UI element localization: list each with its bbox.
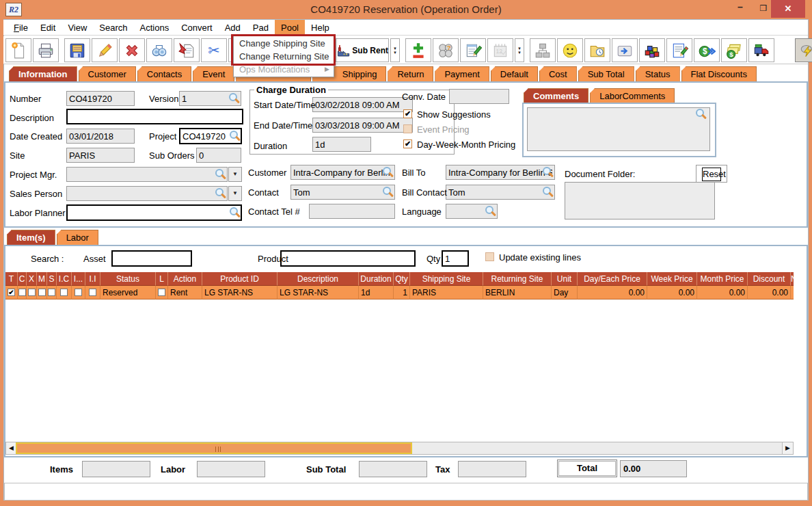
menu-search[interactable]: Search — [93, 20, 133, 35]
items-total-field[interactable] — [82, 461, 150, 477]
menu-file[interactable]: File — [8, 20, 34, 35]
description-field[interactable] — [66, 109, 243, 124]
shipping-button[interactable] — [748, 38, 774, 62]
tab-information[interactable]: Information — [9, 66, 77, 82]
tab-labor-comments[interactable]: LaborComments — [590, 88, 675, 104]
show-suggestions-checkbox[interactable]: ✔ — [403, 109, 412, 118]
add-remove-button[interactable] — [405, 38, 431, 62]
save-button[interactable] — [64, 38, 90, 62]
sales-person-lookup-icon[interactable] — [215, 188, 226, 199]
row-checkbox-m[interactable] — [38, 289, 46, 296]
billing-notes-button[interactable]: $ — [721, 38, 747, 62]
tab-status[interactable]: Status — [636, 66, 680, 82]
row-checkbox-t[interactable]: ✔ — [8, 289, 15, 296]
menu-add[interactable]: Add — [219, 20, 247, 35]
cell-net-each[interactable]: 0.00 — [791, 286, 794, 299]
print-button[interactable] — [33, 38, 59, 62]
cell-discount[interactable]: 0.00 — [748, 286, 791, 299]
new-document-button[interactable] — [5, 38, 31, 62]
cell-action[interactable]: Rent — [168, 286, 202, 299]
customer-lookup-icon[interactable] — [383, 167, 394, 178]
menu-item-change-returning-site[interactable]: Change Returning Site — [234, 50, 334, 63]
conv-date-field[interactable] — [449, 89, 509, 104]
cell-status[interactable]: Reserved — [100, 286, 156, 299]
calendar-dropdown-chevron[interactable]: ▼▼ — [515, 38, 524, 62]
scroll-right-arrow[interactable]: ▶ — [782, 442, 793, 454]
tab-return[interactable]: Return — [388, 66, 433, 82]
labor-planner-lookup-icon[interactable] — [230, 207, 241, 218]
menu-pool[interactable]: Pool — [275, 20, 305, 35]
close-button[interactable]: ✕ — [771, 0, 805, 18]
row-checkbox-x[interactable] — [28, 289, 36, 296]
project-lookup-icon[interactable] — [230, 131, 241, 142]
language-lookup-icon[interactable] — [485, 206, 496, 217]
find-button[interactable] — [146, 38, 172, 62]
cell-returning-site[interactable]: BERLIN — [483, 286, 552, 299]
row-checkbox-s[interactable] — [48, 289, 55, 296]
total-value-field[interactable] — [620, 460, 687, 477]
horizontal-scrollbar[interactable]: ◀ ▶ — [5, 442, 794, 455]
customer-field[interactable] — [290, 165, 395, 180]
pool-query-button[interactable]: ? — [433, 38, 459, 62]
scrollbar-thumb[interactable] — [16, 442, 412, 454]
reset-button[interactable]: Reset — [696, 165, 727, 183]
qty-input[interactable] — [442, 250, 469, 267]
notes-button[interactable] — [460, 38, 486, 62]
row-checkbox-c[interactable] — [18, 289, 26, 296]
tab-flat-discounts[interactable]: Flat Discounts — [681, 66, 757, 82]
cell-unit[interactable]: Day — [552, 286, 578, 299]
date-created-field[interactable] — [66, 129, 135, 144]
number-field[interactable] — [66, 91, 135, 106]
project-mgr-lookup-icon[interactable] — [215, 169, 226, 180]
shortcut-button[interactable] — [612, 38, 638, 62]
delete-button[interactable] — [119, 38, 145, 62]
bill-to-lookup-icon[interactable] — [543, 167, 554, 178]
menu-item-change-shipping-site[interactable]: Change Shipping Site — [234, 37, 334, 50]
project-mgr-field[interactable] — [66, 167, 228, 182]
cell-week-price[interactable]: 0.00 — [647, 286, 697, 299]
cell-month-price[interactable]: 0.00 — [697, 286, 748, 299]
items-table-row[interactable]: ✔ Reserved Rent LG STAR-NS LG STAR-NS 1d… — [5, 286, 794, 299]
bill-contact-field[interactable] — [446, 185, 555, 200]
tab-contacts[interactable]: Contacts — [137, 66, 191, 82]
version-lookup-icon[interactable] — [229, 93, 240, 104]
tab-event[interactable]: Event — [193, 66, 234, 82]
cut-button[interactable]: ✂ — [201, 38, 227, 62]
quick-actions-button[interactable] — [795, 38, 812, 62]
minimize-button[interactable]: – — [729, 0, 752, 18]
labor-planner-field[interactable] — [66, 204, 242, 221]
comments-lookup-icon[interactable] — [696, 109, 707, 120]
cell-qty[interactable]: 1 — [394, 286, 410, 299]
sub-rent-dropdown-chevron[interactable]: ▼▼ — [390, 38, 400, 62]
row-checkbox-l[interactable] — [158, 289, 165, 296]
folder-history-button[interactable] — [584, 38, 610, 62]
comments-textarea[interactable] — [527, 107, 710, 151]
tab-items[interactable]: Item(s) — [7, 230, 55, 245]
project-mgr-dropdown-button[interactable]: ▼ — [228, 167, 242, 182]
tab-default[interactable]: Default — [491, 66, 538, 82]
sub-total-field[interactable] — [359, 461, 427, 477]
tab-payment[interactable]: Payment — [435, 66, 489, 82]
sales-person-field[interactable] — [66, 186, 228, 201]
cell-duration[interactable]: 1d — [359, 286, 394, 299]
paste-special-button[interactable] — [174, 38, 200, 62]
labor-total-field[interactable] — [197, 461, 265, 477]
send-invoice-button[interactable]: $ — [694, 38, 720, 62]
menu-actions[interactable]: Actions — [134, 20, 176, 35]
tab-cost[interactable]: Cost — [539, 66, 577, 82]
update-existing-checkbox[interactable] — [485, 252, 494, 261]
site-field[interactable] — [66, 148, 135, 163]
cell-shipping-site[interactable]: PARIS — [410, 286, 483, 299]
tab-labor[interactable]: Labor — [57, 230, 98, 245]
tab-comments[interactable]: Comments — [524, 88, 588, 104]
contact-tel-field[interactable] — [309, 204, 395, 219]
end-date-field[interactable] — [312, 118, 413, 133]
tab-customer[interactable]: Customer — [79, 66, 136, 82]
row-checkbox-ii[interactable] — [89, 289, 96, 296]
row-checkbox-idots[interactable] — [75, 289, 82, 296]
cell-product-id[interactable]: LG STAR-NS — [202, 286, 278, 299]
bill-to-field[interactable] — [446, 165, 555, 180]
sales-person-dropdown-button[interactable]: ▼ — [228, 186, 242, 201]
edit-button[interactable] — [92, 38, 118, 62]
bill-contact-lookup-icon[interactable] — [543, 187, 554, 198]
